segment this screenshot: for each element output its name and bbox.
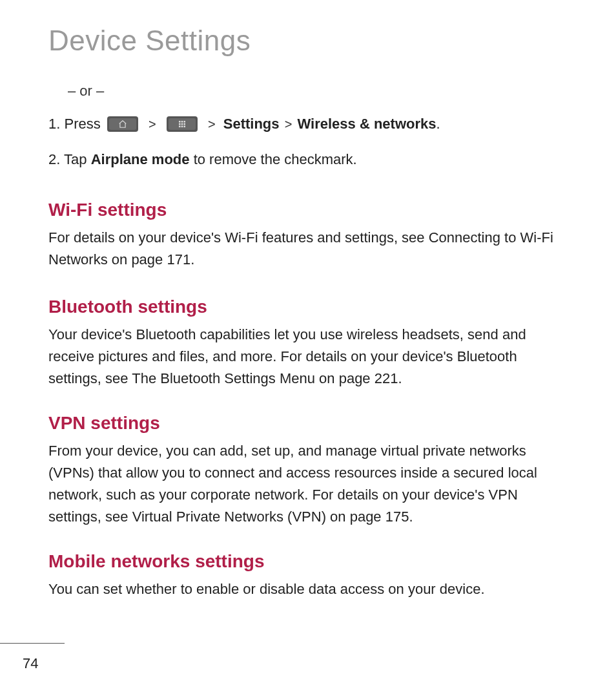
step-2-suffix: to remove the checkmark. [194, 151, 357, 167]
step-1-wireless: Wireless & networks [297, 116, 436, 132]
or-separator: – or – [68, 83, 568, 100]
step-1-number: 1. [48, 116, 60, 132]
svg-rect-5 [183, 123, 185, 125]
vpn-body: From your device, you can add, set up, a… [48, 440, 568, 528]
wifi-heading: Wi-Fi settings [48, 200, 568, 220]
step-2-number: 2. [48, 151, 60, 167]
manual-page: Device Settings – or – 1. Press > > Sett… [0, 0, 616, 694]
apps-button-icon [167, 116, 198, 132]
page-number: 74 [23, 655, 38, 672]
bluetooth-heading: Bluetooth settings [48, 297, 568, 317]
svg-rect-3 [179, 123, 181, 125]
step-1: 1. Press > > Settings > Wireless & netwo… [48, 114, 568, 135]
svg-rect-7 [181, 125, 183, 127]
step-2: 2. Tap Airplane mode to remove the check… [48, 149, 568, 170]
bluetooth-body: Your device's Bluetooth capabilities let… [48, 324, 568, 390]
svg-rect-4 [181, 123, 183, 125]
step-2-bold: Airplane mode [91, 151, 190, 167]
svg-rect-1 [181, 121, 183, 123]
wifi-body: For details on your device's Wi-Fi featu… [48, 227, 568, 271]
step-1-period: . [436, 116, 440, 132]
home-button-icon [107, 116, 138, 132]
svg-rect-6 [179, 125, 181, 127]
page-title: Device Settings [48, 25, 568, 57]
chevron-3: > [285, 115, 293, 134]
step-1-settings: Settings [223, 116, 280, 132]
chevron-1: > [149, 115, 156, 134]
mobile-heading: Mobile networks settings [48, 551, 568, 572]
svg-rect-0 [179, 121, 181, 123]
step-2-prefix: Tap [64, 151, 87, 167]
step-1-prefix: Press [64, 116, 100, 132]
chevron-2: > [208, 115, 216, 134]
svg-rect-2 [183, 121, 185, 123]
vpn-heading: VPN settings [48, 413, 568, 434]
svg-rect-8 [183, 125, 185, 127]
mobile-body: You can set whether to enable or disable… [48, 578, 568, 600]
footer-rule [0, 643, 65, 644]
